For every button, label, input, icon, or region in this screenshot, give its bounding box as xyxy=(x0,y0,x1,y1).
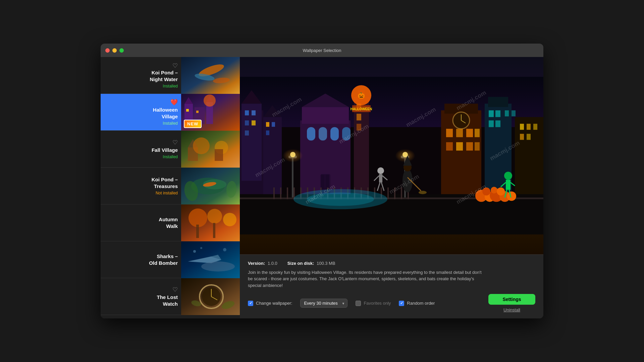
svg-rect-57 xyxy=(266,122,269,127)
svg-point-37 xyxy=(223,248,226,251)
svg-point-36 xyxy=(200,247,202,249)
size-value: 100.3 MB xyxy=(317,261,335,266)
svg-rect-74 xyxy=(330,127,339,140)
svg-point-10 xyxy=(204,95,216,107)
svg-rect-90 xyxy=(466,142,473,150)
minimize-button[interactable] xyxy=(112,48,117,53)
random-order-checkbox[interactable]: ✓ xyxy=(399,301,404,306)
svg-rect-94 xyxy=(489,110,494,117)
svg-rect-52 xyxy=(245,120,249,125)
sidebar-item-koi-night[interactable]: ♡ Koi Pond –Night Water Installed xyxy=(101,57,240,94)
sidebar-item-fall-village[interactable]: ♡ Fall Village Installed xyxy=(101,131,240,168)
checkbox-check-icon: ✓ xyxy=(249,301,252,305)
item-title-halloween: HalloweenVillage xyxy=(105,107,178,120)
svg-rect-98 xyxy=(505,110,509,116)
svg-point-34 xyxy=(201,261,235,272)
favorites-only-checkbox[interactable] xyxy=(356,301,361,306)
change-wallpaper-label: Change wallpaper: xyxy=(256,301,292,306)
heart-icon-halloween[interactable]: ❤️ xyxy=(105,99,178,106)
svg-point-149 xyxy=(419,191,427,194)
svg-rect-51 xyxy=(252,110,256,115)
favorites-only-group: Favorites only xyxy=(356,301,391,306)
svg-rect-102 xyxy=(527,124,531,130)
svg-point-28 xyxy=(223,213,236,226)
svg-rect-85 xyxy=(456,129,463,137)
svg-point-114 xyxy=(395,149,415,162)
item-title-koi-night: Koi Pond –Night Water xyxy=(105,69,178,82)
interval-dropdown[interactable]: Every 5 minutes Every 15 minutes Every 3… xyxy=(300,299,347,308)
svg-rect-157 xyxy=(506,180,511,190)
random-order-label: Random order xyxy=(407,301,435,306)
svg-rect-50 xyxy=(245,110,249,115)
item-info-koi-treasures: Koi Pond –Treasures Not installed xyxy=(101,172,181,199)
heart-icon-fall[interactable]: ♡ xyxy=(105,139,178,146)
item-info-lost-watch: ♡ The LostWatch xyxy=(101,282,181,311)
item-status-halloween: Installed xyxy=(105,121,178,126)
thumbnail-lost-watch xyxy=(181,278,240,315)
preview-area: 🎃 HALLOWEEN xyxy=(240,57,543,254)
heart-icon-koi-night[interactable]: ♡ xyxy=(105,62,178,69)
svg-point-16 xyxy=(193,137,210,154)
change-wallpaper-checkbox[interactable]: ✓ xyxy=(248,301,253,306)
svg-rect-72 xyxy=(307,127,315,140)
svg-rect-12 xyxy=(196,111,199,113)
halloween-scene-svg: 🎃 HALLOWEEN xyxy=(240,57,543,254)
description-text: Join in the spooky fun by visiting Hallo… xyxy=(248,269,483,289)
svg-rect-54 xyxy=(245,130,249,135)
svg-rect-84 xyxy=(446,129,453,137)
action-buttons: Settings Uninstall xyxy=(488,294,535,312)
svg-point-144 xyxy=(497,187,505,195)
item-status-koi-treasures: Not installed xyxy=(105,191,178,195)
svg-rect-11 xyxy=(186,109,189,112)
sidebar-item-sharks-old-bomber[interactable]: Sharks –Old Bomber xyxy=(101,241,240,278)
new-badge: NEW xyxy=(184,120,202,128)
version-info: Version: 1.0.0 xyxy=(248,261,277,266)
close-button[interactable] xyxy=(105,48,110,53)
svg-rect-88 xyxy=(446,142,453,150)
app-window: Wallpaper Selection ♡ Koi Pond –Night Wa… xyxy=(101,44,543,318)
svg-rect-107 xyxy=(292,157,293,197)
svg-point-27 xyxy=(207,209,222,224)
sidebar-item-halloween-village[interactable]: ❤️ HalloweenVillage Installed xyxy=(101,94,240,131)
svg-rect-99 xyxy=(512,110,516,116)
svg-point-26 xyxy=(189,208,207,227)
item-status-fall: Installed xyxy=(105,155,178,159)
item-title-autumn: AutumnWalk xyxy=(105,216,178,229)
thumbnail-halloween: NEW xyxy=(181,94,240,131)
item-info-halloween: ❤️ HalloweenVillage Installed xyxy=(101,95,181,130)
maximize-button[interactable] xyxy=(119,48,124,53)
svg-rect-96 xyxy=(489,120,494,127)
heart-icon-lost-watch[interactable]: ♡ xyxy=(105,286,178,293)
change-wallpaper-group: ✓ Change wallpaper: xyxy=(248,301,292,306)
svg-rect-87 xyxy=(475,129,480,137)
svg-rect-118 xyxy=(287,187,288,199)
item-title-fall: Fall Village xyxy=(105,147,178,154)
uninstall-button[interactable]: Uninstall xyxy=(503,307,520,312)
thumbnail-sharks xyxy=(181,241,240,278)
item-info-sharks: Sharks –Old Bomber xyxy=(101,249,181,270)
svg-rect-30 xyxy=(213,223,215,238)
info-panel: Version: 1.0.0 Size on disk: 100.3 MB Jo… xyxy=(240,254,543,319)
svg-rect-95 xyxy=(495,110,500,117)
item-title-koi-treasures: Koi Pond –Treasures xyxy=(105,176,178,189)
info-controls: ✓ Change wallpaper: Every 5 minutes Ever… xyxy=(248,294,535,312)
content-area: ♡ Koi Pond –Night Water Installed xyxy=(101,57,543,318)
sidebar-item-koi-pond-treasures[interactable]: Koi Pond –Treasures Not installed xyxy=(101,168,240,204)
svg-rect-151 xyxy=(379,174,382,182)
svg-rect-105 xyxy=(527,134,531,140)
thumbnail-autumn-walk xyxy=(181,204,240,241)
size-info: Size on disk: 100.3 MB xyxy=(287,261,335,266)
thumbnail-koi-pond-treasures xyxy=(181,168,240,204)
version-label: Version: xyxy=(248,261,265,266)
random-order-group: ✓ Random order xyxy=(399,301,435,306)
sidebar-item-the-lost-watch[interactable]: ♡ The LostWatch xyxy=(101,278,240,315)
item-info-autumn: AutumnWalk xyxy=(101,212,181,233)
svg-point-156 xyxy=(504,172,512,180)
svg-point-110 xyxy=(283,149,303,162)
svg-rect-93 xyxy=(488,97,508,107)
settings-button[interactable]: Settings xyxy=(488,294,535,305)
svg-rect-89 xyxy=(456,142,463,150)
interval-dropdown-wrapper[interactable]: Every 5 minutes Every 15 minutes Every 3… xyxy=(300,299,347,308)
sidebar-item-autumn-walk[interactable]: AutumnWalk xyxy=(101,204,240,241)
sidebar: ♡ Koi Pond –Night Water Installed xyxy=(101,57,240,318)
